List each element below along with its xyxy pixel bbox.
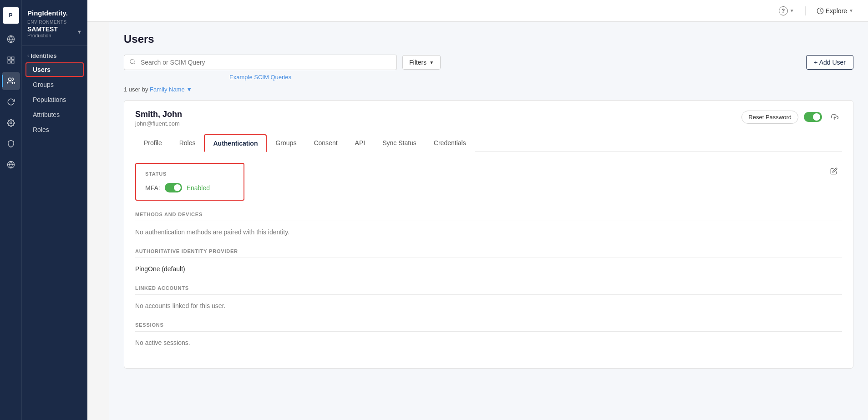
tabs-row: Profile Roles Authentication Groups Cons…	[135, 134, 842, 152]
users-nav-icon[interactable]	[2, 72, 20, 90]
sidebar-nav: PingIdentity. Environments SAMTEST Produ…	[22, 0, 87, 420]
search-row: Filters ▼ + Add User	[124, 55, 853, 70]
linked-accounts-title: LINKED ACCOUNTS	[135, 285, 842, 295]
env-sub: Production	[27, 33, 58, 38]
mfa-toggle-thumb	[174, 184, 181, 191]
scim-link-row: Example SCIM Queries	[124, 74, 397, 81]
add-user-button[interactable]: + Add User	[806, 55, 853, 70]
edit-icon	[830, 167, 838, 175]
sort-link[interactable]: Family Name ▼	[150, 86, 192, 93]
main-right: ? ▼ Explore ▼ Users	[87, 0, 868, 420]
env-label: Environments	[27, 20, 82, 25]
env-name: SAMTEST	[27, 25, 58, 33]
linked-accounts-section: LINKED ACCOUNTS No accounts linked for t…	[135, 285, 842, 311]
explore-chevron-icon: ▼	[849, 8, 853, 13]
search-input[interactable]	[124, 55, 397, 70]
svg-rect-3	[11, 57, 14, 59]
sidebar-icons: P	[0, 0, 22, 420]
mfa-row: MFA: Enabled	[145, 183, 234, 192]
search-icon	[129, 59, 136, 66]
user-card-actions: Reset Password	[741, 110, 842, 124]
user-email: john@fluent.com	[135, 120, 182, 127]
sidebar-item-attributes[interactable]: Attributes	[25, 107, 84, 122]
status-box-title: STATUS	[145, 171, 234, 177]
brand-name: PingIdentity.	[27, 9, 68, 17]
header-divider	[805, 6, 806, 15]
help-icon: ?	[779, 6, 788, 15]
globe2-nav-icon[interactable]	[2, 156, 20, 174]
header-actions: ? ▼ Explore ▼	[775, 5, 857, 17]
auth-tab-content: STATUS MFA: Enabled M	[135, 163, 842, 348]
mfa-enabled-text: Enabled	[187, 184, 210, 192]
env-selector[interactable]: SAMTEST Production ▼	[27, 25, 82, 38]
brand-area: PingIdentity. Environments SAMTEST Produ…	[22, 4, 87, 46]
tab-roles[interactable]: Roles	[171, 134, 204, 152]
user-card-header: Smith, John john@fluent.com Reset Passwo…	[135, 110, 842, 127]
sidebar-item-populations[interactable]: Populations	[25, 92, 84, 107]
tab-profile[interactable]: Profile	[135, 134, 171, 152]
settings-nav-icon[interactable]	[2, 114, 20, 132]
status-box: STATUS MFA: Enabled	[135, 163, 244, 201]
tab-sync-status[interactable]: Sync Status	[374, 134, 425, 152]
edit-icon-button[interactable]	[826, 163, 842, 179]
back-chevron-icon: ‹	[27, 53, 29, 58]
app-wrapper: P	[0, 0, 868, 420]
help-button[interactable]: ? ▼	[775, 5, 798, 17]
svg-rect-5	[11, 61, 14, 63]
methods-devices-empty: No authentication methods are paired wit…	[135, 227, 842, 238]
help-chevron-icon: ▼	[790, 8, 794, 13]
sidebar-item-groups[interactable]: Groups	[25, 77, 84, 92]
user-count-row: 1 user by Family Name ▼	[124, 86, 853, 93]
filters-button[interactable]: Filters ▼	[402, 55, 441, 70]
svg-rect-4	[8, 61, 10, 63]
linked-accounts-empty: No accounts linked for this user.	[135, 300, 842, 311]
brand-logo-icon[interactable]: P	[3, 7, 19, 24]
svg-point-11	[130, 59, 134, 63]
sidebar: P	[0, 0, 87, 420]
mfa-toggle[interactable]	[165, 183, 182, 192]
upload-icon-button[interactable]	[827, 110, 842, 124]
tab-groups[interactable]: Groups	[267, 134, 305, 152]
brand-name-row: PingIdentity.	[27, 9, 82, 17]
auth-provider-title: AUTHORITATIVE IDENTITY PROVIDER	[135, 248, 842, 258]
user-card: Smith, John john@fluent.com Reset Passwo…	[124, 100, 853, 369]
sort-chevron-icon: ▼	[186, 86, 192, 93]
page-title: Users	[124, 33, 853, 46]
clock-icon	[817, 7, 824, 15]
content-area: Users Filters ▼ + Add User Examp	[109, 22, 868, 420]
tab-authentication[interactable]: Authentication	[204, 134, 267, 152]
tab-credentials[interactable]: Credentials	[425, 134, 475, 152]
methods-devices-title: METHODS AND DEVICES	[135, 212, 842, 221]
svg-rect-2	[8, 57, 10, 59]
user-info: Smith, John john@fluent.com	[135, 110, 182, 127]
user-name: Smith, John	[135, 110, 182, 119]
env-chevron-icon: ▼	[77, 29, 82, 35]
reset-password-button[interactable]: Reset Password	[741, 111, 798, 124]
filters-chevron-icon: ▼	[429, 60, 434, 65]
grid-nav-icon[interactable]	[2, 51, 20, 69]
sessions-section: SESSIONS No active sessions.	[135, 322, 842, 348]
tab-api[interactable]: API	[346, 134, 374, 152]
sessions-empty: No active sessions.	[135, 337, 842, 348]
explore-button[interactable]: Explore ▼	[813, 5, 857, 16]
svg-point-6	[8, 78, 11, 81]
user-status-toggle[interactable]	[804, 112, 822, 122]
identities-section-header[interactable]: ‹ Identities	[22, 50, 87, 62]
brand-letter: P	[9, 12, 12, 19]
mfa-label: MFA:	[145, 184, 160, 192]
sync-nav-icon[interactable]	[2, 93, 20, 111]
top-header: ? ▼ Explore ▼	[87, 0, 868, 22]
explore-label: Explore	[826, 7, 847, 15]
toggle-thumb	[813, 113, 820, 121]
add-user-label: + Add User	[814, 59, 846, 66]
methods-devices-section: METHODS AND DEVICES No authentication me…	[135, 212, 842, 238]
svg-point-7	[10, 122, 12, 124]
globe-nav-icon[interactable]	[2, 30, 20, 48]
identities-label: Identities	[30, 52, 56, 59]
scim-queries-link[interactable]: Example SCIM Queries	[124, 74, 397, 81]
fingerprint-nav-icon[interactable]	[2, 135, 20, 153]
sidebar-item-users[interactable]: Users	[25, 62, 84, 77]
tab-consent[interactable]: Consent	[305, 134, 346, 152]
upload-icon	[831, 113, 838, 121]
sidebar-item-roles[interactable]: Roles	[25, 122, 84, 137]
